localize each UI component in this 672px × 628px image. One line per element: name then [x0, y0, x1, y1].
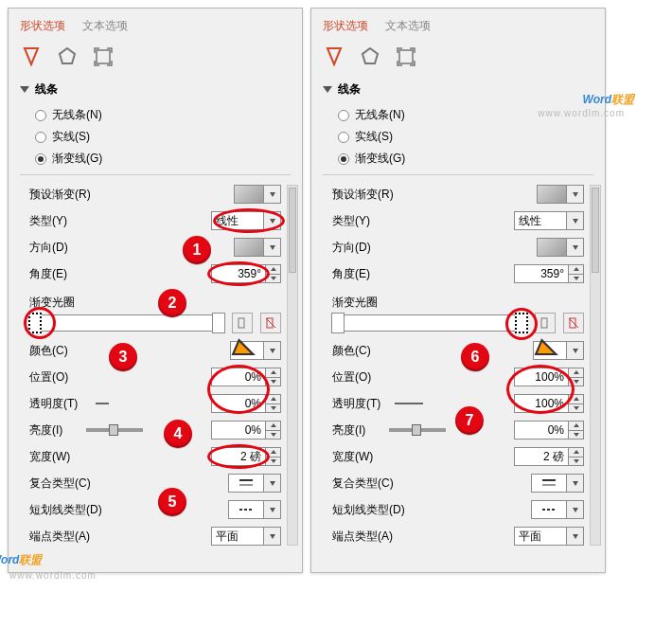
position-input[interactable]: 0% — [211, 368, 266, 386]
transparency-spin[interactable] — [266, 394, 281, 413]
label-type: 类型(Y) — [29, 213, 111, 229]
radio-solid[interactable]: 实线(S) — [338, 129, 593, 145]
tab-shape-options[interactable]: 形状选项 — [20, 18, 65, 36]
label-cap: 端点类型(A) — [332, 529, 414, 545]
position-spin[interactable] — [266, 368, 281, 386]
width-spin[interactable] — [266, 447, 281, 466]
type-dropdown[interactable] — [567, 211, 584, 230]
preset-dropdown[interactable] — [567, 185, 584, 204]
transparency-input[interactable]: 100% — [514, 394, 569, 413]
angle-input[interactable]: 359° — [211, 264, 266, 283]
dash-button[interactable] — [531, 500, 567, 519]
direction-dropdown[interactable] — [264, 238, 281, 257]
color-dropdown[interactable] — [264, 341, 281, 360]
remove-stop-icon[interactable] — [260, 313, 281, 333]
cap-input[interactable]: 平面 — [211, 527, 264, 546]
gradient-stop[interactable] — [331, 313, 345, 333]
color-picker[interactable] — [230, 341, 264, 360]
preset-swatch[interactable] — [537, 185, 567, 204]
dash-dropdown[interactable] — [264, 500, 281, 519]
type-input[interactable]: 线性 — [211, 211, 264, 230]
transparency-spin[interactable] — [569, 394, 584, 413]
svg-marker-0 — [60, 48, 75, 63]
brightness-slider[interactable] — [389, 428, 446, 432]
category-toolbar — [20, 45, 291, 68]
gradient-stop[interactable] — [28, 313, 42, 333]
label-brightness: 亮度(I) — [332, 422, 389, 439]
gradient-track[interactable] — [29, 314, 224, 332]
label-preset: 预设渐变(R) — [29, 187, 111, 203]
add-stop-icon[interactable] — [535, 313, 556, 333]
gradient-stop[interactable] — [515, 313, 528, 333]
type-dropdown[interactable] — [264, 211, 281, 230]
section-line[interactable]: 线条 — [20, 81, 291, 98]
compound-button[interactable] — [531, 474, 567, 493]
direction-swatch[interactable] — [234, 238, 264, 257]
direction-swatch[interactable] — [537, 238, 567, 257]
tab-text-options[interactable]: 文本选项 — [385, 18, 431, 36]
remove-stop-icon[interactable] — [563, 313, 584, 333]
radio-noline[interactable]: 无线条(N) — [35, 107, 291, 123]
type-input[interactable]: 线性 — [514, 211, 567, 230]
effects-icon[interactable] — [56, 45, 79, 68]
label-gradstops: 渐变光圈 — [332, 295, 593, 311]
preset-dropdown[interactable] — [264, 185, 281, 204]
label-compound: 复合类型(C) — [332, 475, 414, 492]
brightness-spin[interactable] — [569, 421, 584, 440]
angle-input[interactable]: 359° — [514, 264, 569, 283]
label-position: 位置(O) — [332, 369, 414, 386]
gradient-track[interactable] — [332, 314, 527, 332]
effects-icon[interactable] — [359, 45, 381, 68]
scrollbar[interactable] — [590, 185, 601, 546]
preset-swatch[interactable] — [234, 185, 264, 204]
size-icon[interactable] — [395, 45, 417, 68]
fill-line-icon[interactable] — [323, 45, 345, 68]
chevron-down-icon — [20, 86, 29, 93]
position-spin[interactable] — [569, 368, 584, 386]
width-spin[interactable] — [569, 447, 584, 466]
brightness-input[interactable]: 0% — [514, 421, 569, 440]
angle-spin[interactable] — [569, 264, 584, 283]
color-dropdown[interactable] — [567, 341, 584, 360]
size-icon[interactable] — [92, 45, 115, 68]
transparency-input[interactable]: 0% — [211, 394, 266, 413]
radio-label: 无线条(N) — [355, 107, 405, 123]
label-angle: 角度(E) — [332, 266, 414, 282]
watermark-url: www.wordlm.com — [538, 108, 625, 118]
cap-dropdown[interactable] — [567, 527, 584, 546]
fill-line-icon[interactable] — [20, 45, 43, 68]
radio-gradient[interactable]: 渐变线(G) — [35, 151, 291, 167]
direction-dropdown[interactable] — [567, 238, 584, 257]
width-input[interactable]: 2 磅 — [211, 447, 266, 466]
cap-dropdown[interactable] — [264, 527, 281, 546]
radio-gradient[interactable]: 渐变线(G) — [338, 151, 593, 167]
compound-button[interactable] — [228, 474, 264, 493]
category-toolbar — [323, 45, 593, 68]
radio-solid[interactable]: 实线(S) — [35, 129, 291, 145]
position-input[interactable]: 100% — [514, 368, 569, 386]
angle-spin[interactable] — [266, 264, 281, 283]
label-type: 类型(Y) — [332, 213, 414, 229]
compound-dropdown[interactable] — [264, 474, 281, 493]
dash-dropdown[interactable] — [567, 500, 584, 519]
dash-button[interactable] — [228, 500, 264, 519]
tab-text-options[interactable]: 文本选项 — [82, 18, 128, 36]
label-direction: 方向(D) — [29, 240, 111, 256]
brightness-input[interactable]: 0% — [211, 421, 266, 440]
color-picker[interactable] — [533, 341, 567, 360]
label-dash: 短划线类型(D) — [332, 502, 414, 518]
tab-shape-options[interactable]: 形状选项 — [323, 18, 368, 36]
compound-dropdown[interactable] — [567, 474, 584, 493]
gradient-stop[interactable] — [212, 313, 225, 333]
brightness-spin[interactable] — [266, 421, 281, 440]
cap-input[interactable]: 平面 — [514, 527, 567, 546]
width-input[interactable]: 2 磅 — [514, 447, 569, 466]
chevron-down-icon — [323, 86, 332, 93]
scrollbar[interactable] — [287, 185, 298, 546]
section-title: 线条 — [338, 81, 361, 98]
add-stop-icon[interactable] — [232, 313, 253, 333]
brightness-slider[interactable] — [86, 428, 143, 432]
tabs: 形状选项 文本选项 — [323, 18, 593, 36]
label-angle: 角度(E) — [29, 266, 111, 282]
section-line[interactable]: 线条 — [323, 81, 593, 98]
